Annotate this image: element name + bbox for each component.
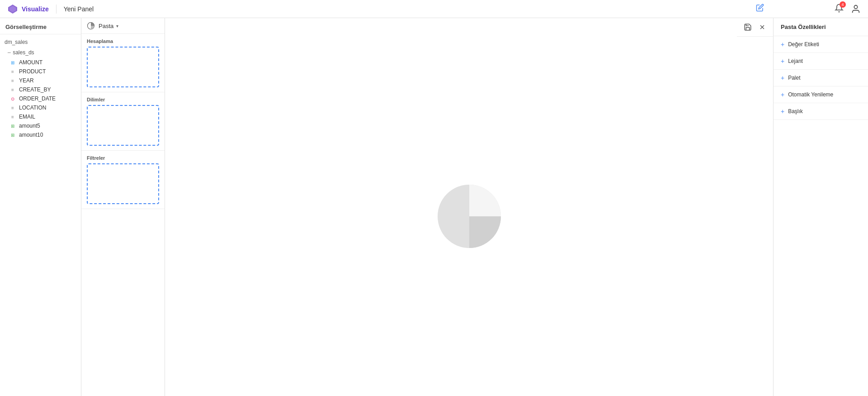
field-LOCATION[interactable]: ≡ LOCATION	[0, 103, 81, 112]
dimension-icon: ≡	[9, 87, 16, 92]
close-button[interactable]	[757, 22, 768, 33]
field-YEAR[interactable]: ≡ YEAR	[0, 76, 81, 85]
canvas-toolbar	[737, 18, 773, 37]
property-otomatik-yenileme[interactable]: + Otomatik Yenileme	[774, 86, 868, 103]
property-label: Palet	[788, 75, 800, 81]
datasource-group: dm_sales − sales_ds ⊞ AMOUNT ≡ PRODUCT ≡…	[0, 34, 81, 142]
section-dilimler: Dilimler	[81, 92, 165, 151]
field-label: amount5	[19, 123, 40, 129]
field-AMOUNT[interactable]: ⊞ AMOUNT	[0, 58, 81, 67]
formula-icon: ⊞	[9, 124, 16, 129]
property-palet[interactable]: + Palet	[774, 70, 868, 86]
config-panel: Pasta ▾ Hesaplama Dilimler Filtreler	[81, 18, 165, 396]
dataset-label[interactable]: − sales_ds	[0, 47, 81, 58]
logo-icon	[7, 4, 18, 14]
main-layout: Görselleştirme dm_sales − sales_ds ⊞ AMO…	[0, 18, 868, 396]
chart-type-label: Pasta	[99, 23, 113, 29]
dimension-icon: ≡	[9, 69, 16, 74]
drop-zone-dilimler[interactable]	[87, 105, 159, 146]
sidebar-header: Görselleştirme	[0, 18, 81, 34]
date-icon: ⊙	[9, 96, 16, 101]
plus-icon: +	[781, 108, 784, 115]
canvas-content	[165, 36, 773, 396]
pencil-icon	[756, 4, 764, 12]
app-title: Visualize	[22, 5, 49, 13]
plus-icon: +	[781, 74, 784, 81]
save-icon	[744, 23, 752, 31]
edit-pencil-button[interactable]	[756, 4, 764, 14]
pie-chart-icon	[87, 22, 95, 30]
close-icon	[759, 24, 766, 31]
property-label: Değer Etiketi	[788, 41, 819, 48]
notification-badge: 4	[840, 1, 846, 8]
field-label: YEAR	[19, 77, 34, 84]
navbar-right: 4	[835, 4, 861, 14]
svg-point-2	[854, 5, 857, 8]
field-amount5[interactable]: ⊞ amount5	[0, 121, 81, 130]
properties-panel: Pasta Özellikleri + Değer Etiketi + Leja…	[773, 18, 868, 396]
dataset-name: sales_ds	[13, 49, 34, 56]
drop-zone-hesaplama[interactable]	[87, 47, 159, 87]
dimension-icon: ≡	[9, 115, 16, 119]
chart-type-header: Pasta ▾	[81, 18, 165, 34]
properties-title: Pasta Özellikleri	[774, 18, 868, 36]
formula-icon: ⊞	[9, 133, 16, 138]
field-label: PRODUCT	[19, 68, 46, 75]
field-label: ORDER_DATE	[19, 95, 56, 102]
plus-icon: +	[781, 57, 784, 65]
section-title-filtreler: Filtreler	[87, 155, 159, 161]
navbar: Visualize Yeni Panel 4	[0, 0, 868, 18]
navbar-divider	[56, 5, 57, 14]
navbar-left: Visualize Yeni Panel	[7, 4, 94, 14]
user-icon[interactable]	[851, 4, 861, 14]
property-label: Otomatik Yenileme	[788, 91, 833, 98]
panel-area: Pasta ▾ Hesaplama Dilimler Filtreler	[81, 18, 868, 396]
sidebar: Görselleştirme dm_sales − sales_ds ⊞ AMO…	[0, 18, 81, 396]
section-filtreler: Filtreler	[81, 151, 165, 209]
section-title-dilimler: Dilimler	[87, 97, 159, 102]
pie-chart-preview	[433, 180, 505, 253]
field-EMAIL[interactable]: ≡ EMAIL	[0, 112, 81, 121]
field-label: AMOUNT	[19, 59, 42, 66]
notification-button[interactable]: 4	[835, 4, 844, 14]
drop-zone-filtreler[interactable]	[87, 163, 159, 204]
section-hesaplama: Hesaplama	[81, 34, 165, 92]
field-amount10[interactable]: ⊞ amount10	[0, 130, 81, 139]
panel-title: Yeni Panel	[64, 5, 94, 13]
property-label: Başlık	[788, 108, 803, 115]
property-lejant[interactable]: + Lejant	[774, 53, 868, 70]
property-deger-etiketi[interactable]: + Değer Etiketi	[774, 36, 868, 53]
dimension-icon: ≡	[9, 105, 16, 110]
field-PRODUCT[interactable]: ≡ PRODUCT	[0, 67, 81, 76]
dimension-icon: ≡	[9, 78, 16, 83]
property-baslik[interactable]: + Başlık	[774, 103, 868, 120]
collapse-icon: −	[7, 49, 11, 56]
chart-type-selector[interactable]: Pasta ▾	[99, 23, 159, 29]
field-ORDER_DATE[interactable]: ⊙ ORDER_DATE	[0, 94, 81, 103]
measure-icon: ⊞	[9, 60, 16, 65]
field-label: LOCATION	[19, 105, 46, 111]
plus-icon: +	[781, 91, 784, 98]
datasource-name: dm_sales	[5, 39, 28, 45]
section-title-hesaplama: Hesaplama	[87, 38, 159, 44]
property-label: Lejant	[788, 58, 803, 64]
field-CREATE_BY[interactable]: ≡ CREATE_BY	[0, 85, 81, 94]
chevron-down-icon: ▾	[116, 24, 118, 29]
field-label: EMAIL	[19, 114, 35, 120]
plus-icon: +	[781, 41, 784, 48]
field-label: CREATE_BY	[19, 86, 51, 93]
canvas-area	[165, 18, 773, 396]
datasource-label[interactable]: dm_sales	[0, 37, 81, 47]
save-button[interactable]	[742, 22, 753, 33]
field-label: amount10	[19, 132, 43, 138]
